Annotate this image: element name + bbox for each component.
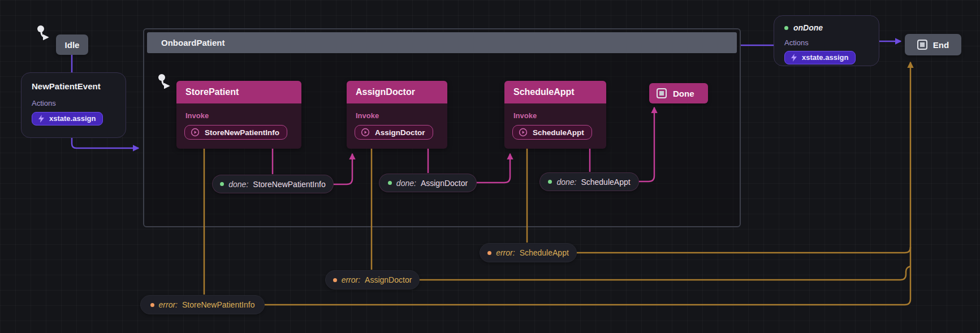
state-header[interactable]: AssignDoctor xyxy=(347,81,447,103)
done-dot-icon xyxy=(388,181,392,185)
transition-kind: error: xyxy=(496,248,515,257)
compound-state-title: OnboardPatient xyxy=(161,38,225,47)
event-title: NewPatientEvent xyxy=(32,81,115,91)
invoke-label: Invoke xyxy=(185,111,293,120)
state-header[interactable]: StorePatient xyxy=(176,81,301,103)
state-node-assign-doctor[interactable]: AssignDoctor Invoke AssignDoctor xyxy=(347,81,447,149)
final-state-icon xyxy=(657,88,667,98)
invoke-label: Invoke xyxy=(513,111,598,120)
transition-kind: done: xyxy=(396,179,416,188)
transition-target: ScheduleAppt xyxy=(581,178,630,187)
state-label: Idle xyxy=(65,40,80,50)
actions-label: Actions xyxy=(784,38,869,47)
initial-state-marker xyxy=(36,25,55,42)
error-dot-icon xyxy=(150,303,154,307)
state-label: Done xyxy=(673,89,694,98)
state-label: End xyxy=(933,40,949,50)
invoke-pill-schedule-appt[interactable]: ScheduleAppt xyxy=(512,125,592,140)
invoke-src: AssignDoctor xyxy=(375,128,425,137)
invoke-src: StoreNewPatientInfo xyxy=(205,128,279,137)
event-panel-new-patient[interactable]: NewPatientEvent Actions xstate.assign xyxy=(21,72,126,138)
play-circle-icon xyxy=(191,128,200,137)
transition-kind: done: xyxy=(228,180,248,189)
play-circle-icon xyxy=(361,128,370,137)
transition-target: ScheduleAppt xyxy=(520,248,569,257)
action-name: xstate.assign xyxy=(802,53,848,62)
done-dot-icon xyxy=(548,180,552,184)
play-circle-icon xyxy=(519,128,528,137)
done-dot-icon xyxy=(784,26,788,30)
state-title: StorePatient xyxy=(185,87,239,97)
state-node-idle[interactable]: Idle xyxy=(56,34,88,55)
actions-label: Actions xyxy=(32,99,115,107)
transition-target: StoreNewPatientInfo xyxy=(253,180,325,189)
state-body: Invoke AssignDoctor xyxy=(347,103,447,144)
wire-event-to-onboard xyxy=(72,138,139,148)
state-body: Invoke ScheduleAppt xyxy=(504,103,606,144)
transition-panel-on-done[interactable]: onDone Actions xstate.assign xyxy=(774,15,879,66)
transition-pill-error-store[interactable]: error: StoreNewPatientInfo xyxy=(140,295,265,314)
done-dot-icon xyxy=(220,182,224,186)
invoke-pill-assign-doctor[interactable]: AssignDoctor xyxy=(355,125,433,140)
state-node-schedule-appt[interactable]: ScheduleAppt Invoke ScheduleAppt xyxy=(504,81,606,149)
initial-state-marker xyxy=(157,73,176,90)
final-state-icon xyxy=(917,40,927,50)
action-badge-xstate-assign[interactable]: xstate.assign xyxy=(784,51,856,64)
transition-pill-done-store[interactable]: done: StoreNewPatientInfo xyxy=(212,175,334,193)
wire-error-schedule-to-end xyxy=(577,247,910,253)
error-dot-icon xyxy=(333,278,337,282)
state-node-end[interactable]: End xyxy=(905,34,961,55)
transition-target: StoreNewPatientInfo xyxy=(182,300,254,309)
state-node-store-patient[interactable]: StorePatient Invoke StoreNewPatientInfo xyxy=(176,81,301,149)
state-title: ScheduleAppt xyxy=(513,87,575,97)
transition-kind: error: xyxy=(159,300,178,309)
lightning-icon xyxy=(791,54,797,62)
transition-pill-done-assign[interactable]: done: AssignDoctor xyxy=(379,174,477,192)
invoke-pill-store-new-patient-info[interactable]: StoreNewPatientInfo xyxy=(184,125,287,140)
action-badge-xstate-assign[interactable]: xstate.assign xyxy=(32,112,103,126)
transition-pill-done-schedule[interactable]: done: ScheduleAppt xyxy=(539,172,639,191)
transition-target: AssignDoctor xyxy=(421,179,468,188)
state-body: Invoke StoreNewPatientInfo xyxy=(176,103,301,144)
transition-target: AssignDoctor xyxy=(365,275,412,284)
lightning-icon xyxy=(38,115,45,123)
compound-state-header[interactable]: OnboardPatient xyxy=(147,32,737,53)
transition-pill-error-schedule[interactable]: error: ScheduleAppt xyxy=(480,243,577,262)
state-node-done[interactable]: Done xyxy=(649,83,708,103)
invoke-src: ScheduleAppt xyxy=(533,128,584,137)
transition-kind: error: xyxy=(342,275,360,284)
event-name: onDone xyxy=(793,23,823,32)
transition-kind: done: xyxy=(556,178,576,187)
state-header[interactable]: ScheduleAppt xyxy=(504,81,606,103)
action-name: xstate.assign xyxy=(49,114,96,123)
state-title: AssignDoctor xyxy=(356,87,415,97)
state-machine-canvas[interactable]: Idle NewPatientEvent Actions xstate.assi… xyxy=(0,0,980,333)
wire-error-assign-to-end xyxy=(420,266,910,280)
transition-pill-error-assign[interactable]: error: AssignDoctor xyxy=(325,270,420,289)
invoke-label: Invoke xyxy=(356,111,439,120)
error-dot-icon xyxy=(487,251,491,255)
